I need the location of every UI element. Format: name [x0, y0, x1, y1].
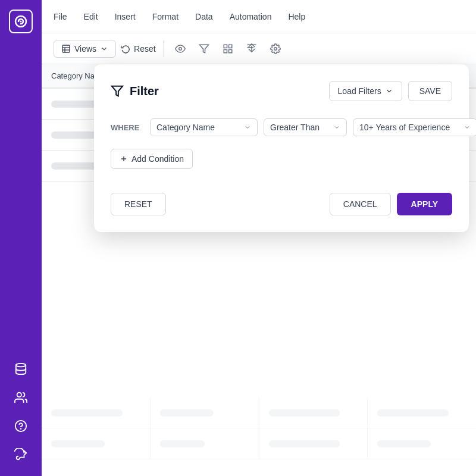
table-icon	[61, 44, 71, 54]
filter-title-text: Filter	[130, 84, 159, 98]
filter-row: WHERE Category Name NPI Number Years of …	[111, 118, 452, 137]
table-row-dimmed	[42, 397, 476, 428]
refresh-icon	[121, 44, 130, 54]
eye-button[interactable]	[171, 39, 190, 58]
reset-filter-button[interactable]: RESET	[111, 193, 166, 215]
bottom-table-area	[42, 393, 476, 476]
table-row-dimmed	[42, 428, 476, 459]
skeleton	[51, 409, 123, 416]
filter-header: Filter Load Filters SAVE	[111, 81, 452, 101]
users-icon[interactable]	[9, 386, 33, 409]
menu-help[interactable]: Help	[288, 10, 305, 24]
value-chevron-icon	[464, 124, 471, 131]
help-icon[interactable]	[9, 414, 33, 438]
svg-point-1	[20, 21, 22, 23]
toolbar-separator	[163, 40, 164, 57]
filter-title-icon	[111, 84, 124, 98]
save-button[interactable]: SAVE	[408, 81, 452, 101]
filter-footer: RESET CANCEL APPLY	[111, 183, 452, 215]
cancel-button[interactable]: CANCEL	[330, 193, 391, 215]
value-select-wrapper[interactable]: 10+ Years of Experience 5-10 Years 1-5 Y…	[353, 118, 476, 136]
svg-rect-14	[228, 49, 231, 52]
svg-point-10	[178, 47, 181, 50]
skeleton	[269, 409, 340, 416]
skeleton	[377, 440, 431, 447]
footer-right-actions: CANCEL APPLY	[330, 193, 452, 215]
field-select-wrapper[interactable]: Category Name NPI Number Years of Experi…	[150, 118, 258, 136]
sort-button[interactable]	[242, 39, 261, 58]
skeleton	[160, 409, 214, 416]
sidebar	[0, 0, 42, 476]
add-condition-button[interactable]: Add Condition	[111, 149, 193, 169]
svg-marker-11	[199, 45, 208, 53]
svg-point-19	[274, 47, 277, 50]
grid-button[interactable]	[218, 39, 237, 58]
webhook-icon[interactable]	[9, 443, 33, 466]
svg-rect-13	[228, 45, 231, 48]
menu-edit[interactable]: Edit	[84, 10, 98, 24]
app-logo[interactable]	[9, 10, 33, 33]
menu-file[interactable]: File	[54, 10, 67, 24]
database-icon[interactable]	[9, 357, 33, 381]
filter-icon	[199, 43, 209, 54]
menu-data[interactable]: Data	[195, 10, 213, 24]
skeleton	[160, 440, 205, 447]
operator-chevron-icon	[333, 124, 340, 131]
menubar: File Edit Insert Format Data Automation …	[42, 0, 476, 33]
svg-rect-6	[62, 45, 70, 52]
svg-point-2	[16, 364, 26, 367]
reset-label: Reset	[134, 44, 156, 54]
menu-automation[interactable]: Automation	[230, 10, 272, 24]
sort-icon	[246, 43, 257, 54]
svg-rect-15	[224, 49, 227, 52]
load-filters-chevron-icon	[385, 87, 393, 95]
chevron-down-icon	[100, 45, 108, 53]
where-label: WHERE	[111, 123, 144, 132]
grid-icon	[223, 43, 233, 54]
value-select[interactable]: 10+ Years of Experience 5-10 Years 1-5 Y…	[359, 123, 460, 132]
svg-rect-12	[224, 45, 227, 48]
skeleton	[269, 440, 340, 447]
filter-button[interactable]	[195, 39, 214, 58]
operator-select[interactable]: Greater Than Less Than Equal To Contains	[270, 123, 330, 132]
sidebar-nav	[9, 357, 33, 466]
reset-button[interactable]: Reset	[121, 44, 156, 54]
views-button[interactable]: Views	[54, 40, 116, 58]
svg-point-5	[21, 428, 21, 429]
settings-button[interactable]	[266, 39, 285, 58]
filter-title: Filter	[111, 84, 159, 98]
menu-format[interactable]: Format	[152, 10, 178, 24]
filter-panel: Filter Load Filters SAVE WHERE Category	[94, 64, 469, 232]
menu-insert[interactable]: Insert	[115, 10, 136, 24]
eye-icon	[175, 43, 186, 54]
plus-icon	[120, 155, 128, 163]
field-chevron-icon	[244, 124, 251, 131]
skeleton	[51, 440, 105, 447]
filter-actions: Load Filters SAVE	[329, 81, 452, 101]
svg-marker-20	[112, 86, 123, 96]
svg-point-3	[17, 393, 21, 397]
skeleton	[377, 409, 449, 416]
load-filters-button[interactable]: Load Filters	[329, 81, 402, 101]
operator-select-wrapper[interactable]: Greater Than Less Than Equal To Contains	[264, 118, 347, 136]
settings-icon	[270, 43, 281, 54]
views-label: Views	[74, 44, 96, 54]
main-content: File Edit Insert Format Data Automation …	[42, 0, 476, 476]
apply-button[interactable]: APPLY	[397, 193, 452, 215]
field-select[interactable]: Category Name NPI Number Years of Experi…	[156, 123, 240, 132]
toolbar: Views Reset	[42, 33, 476, 64]
